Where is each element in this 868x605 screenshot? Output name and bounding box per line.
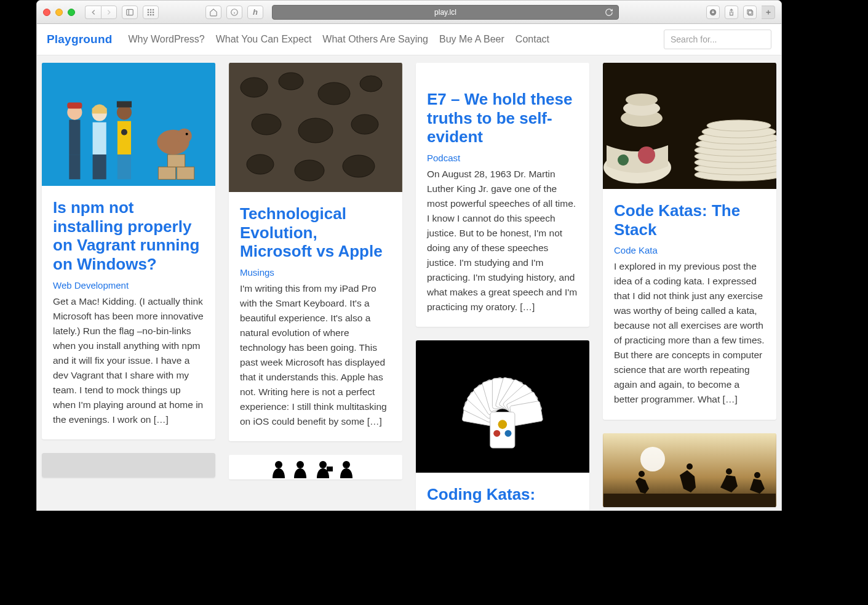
svg-rect-9: [150, 14, 151, 15]
post-card-fragment-3[interactable]: [603, 433, 776, 507]
reload-icon[interactable]: [605, 8, 613, 17]
post-title[interactable]: E7 – We hold these truths to be self-evi…: [427, 90, 578, 146]
minimize-window-button[interactable]: [55, 9, 63, 16]
chevron-right-icon: [105, 8, 113, 17]
post-card-stack[interactable]: Code Katas: The Stack Code Kata I explor…: [603, 63, 776, 420]
sitestatus-button[interactable]: [226, 6, 242, 19]
main-nav: Why WordPress? What You Can Expect What …: [129, 34, 549, 45]
post-image: [42, 453, 215, 478]
grid-col-1: Is npm not installing properly on Vagran…: [42, 63, 215, 510]
grid-col-3: E7 – We hold these truths to be self-evi…: [416, 63, 589, 510]
svg-rect-21: [177, 167, 194, 179]
download-icon: [709, 8, 717, 17]
svg-rect-34: [117, 154, 131, 179]
svg-point-68: [505, 430, 512, 437]
share-icon: [727, 8, 736, 17]
page-content: Playground Why WordPress? What You Can E…: [37, 24, 781, 510]
post-excerpt: I'm writing this from my iPad Pro with t…: [240, 281, 391, 429]
svg-point-53: [343, 461, 350, 468]
post-title[interactable]: Coding Katas:: [427, 485, 578, 504]
post-card-npm[interactable]: Is npm not installing properly on Vagran…: [42, 63, 215, 439]
share-button[interactable]: [725, 6, 738, 19]
post-category[interactable]: Musings: [240, 267, 391, 278]
svg-rect-10: [153, 14, 154, 15]
nav-what-others-say[interactable]: What Others Are Saying: [322, 34, 428, 45]
window-controls: [43, 9, 75, 16]
fossils-image-icon: [229, 63, 402, 192]
post-excerpt: Get a Mac! Kidding. (I actually think Mi…: [53, 294, 204, 427]
post-category[interactable]: Web Development: [53, 280, 204, 290]
svg-rect-27: [69, 154, 80, 179]
svg-rect-16: [749, 10, 753, 15]
zoom-window-button[interactable]: [68, 9, 75, 16]
grid-icon: [146, 8, 155, 17]
nav-contact[interactable]: Contact: [516, 34, 549, 45]
site-logo[interactable]: Playground: [47, 33, 113, 46]
svg-point-41: [318, 82, 350, 105]
svg-point-42: [360, 76, 382, 92]
svg-point-25: [186, 133, 188, 135]
svg-rect-5: [148, 11, 149, 12]
post-card-tech[interactable]: Technological Evolution, Microsoft vs Ap…: [229, 63, 402, 441]
home-button[interactable]: [205, 6, 221, 19]
svg-point-46: [247, 154, 274, 174]
nav-what-expect[interactable]: What You Can Expect: [216, 34, 312, 45]
sidebar-button[interactable]: [122, 6, 138, 19]
post-excerpt: On August 28, 1963 Dr. Martin Luther Kin…: [427, 167, 578, 315]
sidebar-icon: [125, 8, 134, 17]
svg-point-51: [319, 461, 327, 468]
svg-point-24: [177, 129, 192, 143]
post-title[interactable]: Is npm not installing properly on Vagran…: [53, 198, 204, 274]
new-tab-button[interactable]: [762, 6, 775, 19]
tabs-button[interactable]: [743, 6, 757, 19]
svg-point-50: [297, 461, 304, 468]
nav-why-wordpress[interactable]: Why WordPress?: [129, 34, 205, 45]
svg-point-88: [639, 471, 645, 477]
extension-button[interactable]: h: [247, 6, 263, 19]
close-window-button[interactable]: [43, 9, 50, 16]
svg-rect-4: [153, 9, 154, 10]
grid-col-2: Technological Evolution, Microsoft vs Ap…: [229, 63, 402, 510]
post-card-insertion[interactable]: Coding Katas:: [416, 340, 589, 510]
svg-point-48: [343, 155, 375, 177]
svg-rect-31: [93, 154, 106, 179]
svg-rect-30: [93, 122, 106, 154]
post-category[interactable]: Code Kata: [614, 245, 765, 255]
post-image: [229, 63, 402, 192]
post-image: [603, 63, 776, 189]
post-category[interactable]: Podcast: [427, 153, 578, 163]
browser-window: h play.lcl Playground Why WordPress?: [36, 0, 782, 511]
honey-icon: h: [253, 7, 258, 17]
svg-point-67: [493, 430, 500, 437]
svg-point-37: [121, 129, 127, 135]
svg-rect-15: [747, 9, 752, 14]
post-excerpt: I explored in my previous post the idea …: [614, 259, 765, 407]
svg-rect-20: [158, 167, 175, 179]
svg-point-49: [275, 461, 282, 468]
post-card-fragment-1[interactable]: [42, 453, 215, 478]
browser-toolbar: h play.lcl: [37, 1, 781, 24]
nav-buy-beer[interactable]: Buy Me A Beer: [439, 34, 504, 45]
svg-rect-33: [117, 121, 131, 154]
post-title[interactable]: Code Katas: The Stack: [614, 201, 765, 239]
downloads-button[interactable]: [706, 6, 720, 19]
post-title[interactable]: Technological Evolution, Microsoft vs Ap…: [240, 204, 391, 261]
home-icon: [209, 8, 218, 17]
post-image: [229, 455, 402, 479]
post-card-fragment-2[interactable]: [229, 455, 402, 479]
svg-rect-36: [117, 101, 132, 107]
topsites-button[interactable]: [143, 6, 159, 19]
forward-button[interactable]: [101, 6, 117, 19]
svg-point-72: [618, 154, 629, 166]
svg-rect-2: [148, 9, 149, 10]
svg-rect-0: [127, 9, 133, 15]
search-input[interactable]: [664, 30, 771, 49]
back-button[interactable]: [85, 6, 101, 19]
post-image: [42, 63, 215, 186]
address-bar[interactable]: play.lcl: [272, 5, 619, 20]
svg-rect-29: [67, 102, 82, 108]
svg-rect-65: [490, 412, 515, 448]
dishes-image-icon: [603, 63, 776, 189]
post-card-e7[interactable]: E7 – We hold these truths to be self-evi…: [416, 63, 589, 327]
svg-rect-52: [327, 467, 333, 471]
